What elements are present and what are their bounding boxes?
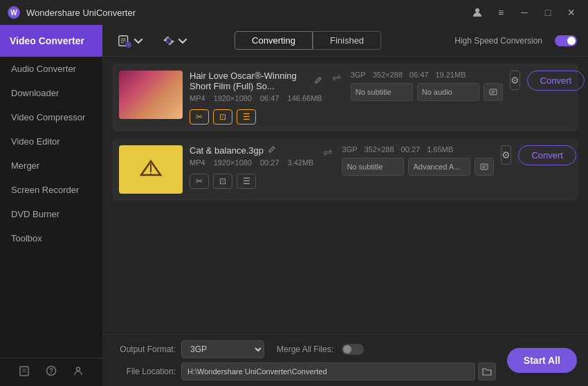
title-bar-left: W Wondershare UniConverter (7, 6, 136, 19)
main-layout: Video Converter Audio Converter Download… (0, 25, 588, 386)
svg-point-2 (475, 8, 479, 12)
sidebar-item-video-editor[interactable]: Video Editor (0, 129, 102, 154)
effects-icon-button[interactable]: ☰ (237, 109, 256, 125)
add-more-button[interactable] (158, 31, 194, 50)
file-main: Hair Love Oscar®-Winning Short Film (Ful… (190, 71, 322, 125)
out-duration: 06:47 (410, 71, 429, 79)
out-resolution: 352×288 (364, 145, 394, 154)
thumbnail-image (119, 145, 183, 194)
sidebar-item-label: Downloader (11, 88, 59, 98)
crop-icon-button[interactable]: ⊡ (213, 174, 232, 189)
menu-button[interactable]: ≡ (491, 6, 511, 19)
file-item: Hair Love Oscar®-Winning Short Film (Ful… (112, 64, 578, 131)
app-name: Wondershare UniConverter (26, 8, 136, 18)
tab-converting[interactable]: Converting (235, 31, 313, 50)
output-meta-row: 3GP 352×288 00:27 1.65MB (342, 145, 494, 154)
toggle-knob (567, 37, 576, 45)
audio-dropdown[interactable]: Advanced A... (408, 158, 470, 176)
settings-button[interactable]: ⚙ (510, 71, 520, 90)
tab-finished[interactable]: Finished (313, 31, 381, 50)
file-location-input[interactable] (181, 362, 475, 380)
output-format-select[interactable]: 3GP MP4 AVI MKV (181, 340, 264, 358)
file-item-top: Hair Love Oscar®-Winning Short Film (Ful… (119, 71, 571, 125)
minimize-button[interactable]: ─ (515, 6, 534, 19)
effects-icon-button[interactable]: ☰ (237, 174, 256, 189)
sidebar-item-toolbox[interactable]: Toolbox (0, 226, 102, 250)
crop-icon-button[interactable]: ⊡ (213, 109, 232, 125)
src-size: 3.42MB (288, 158, 314, 167)
title-bar-controls: ≡ ─ □ ✕ (468, 6, 581, 19)
file-meta-src: MP4 1920×1080 06:47 146.66MB (190, 94, 322, 102)
convert-button[interactable]: Convert (518, 145, 576, 165)
out-size: 1.65MB (427, 145, 453, 154)
content-area: Converting Finished High Speed Conversio… (102, 25, 588, 386)
sidebar: Video Converter Audio Converter Download… (0, 25, 102, 386)
thumbnail-image (119, 71, 183, 119)
svg-point-22 (150, 174, 152, 176)
start-all-button[interactable]: Start All (507, 348, 577, 373)
sidebar-item-label: Video Editor (11, 136, 60, 147)
sidebar-item-merger[interactable]: Merger (0, 154, 102, 178)
book-icon[interactable] (19, 365, 30, 379)
settings-button[interactable]: ⚙ (501, 145, 511, 165)
out-format: 3GP (351, 71, 366, 79)
src-format: MP4 (190, 94, 205, 102)
merge-toggle[interactable] (342, 344, 364, 355)
maximize-button[interactable]: □ (538, 6, 558, 19)
file-name-row: Cat & balance.3gp (190, 145, 313, 156)
caption-button[interactable] (475, 158, 494, 176)
sidebar-bottom: ? (0, 358, 102, 386)
browse-folder-button[interactable] (478, 362, 496, 380)
subtitle-dropdown[interactable]: No subtitle (342, 158, 404, 176)
sidebar-item-label: Screen Recorder (11, 185, 79, 195)
sidebar-item-audio-converter[interactable]: Audio Converter (0, 57, 102, 81)
svg-rect-17 (490, 89, 497, 95)
title-bar: W Wondershare UniConverter ≡ ─ □ ✕ (0, 0, 588, 25)
sidebar-item-screen-recorder[interactable]: Screen Recorder (0, 178, 102, 202)
file-location-row: File Location: (113, 362, 496, 380)
file-item: Cat & balance.3gp MP4 1920×1080 00:27 3.… (112, 138, 578, 201)
sidebar-active-item: Video Converter (0, 25, 102, 57)
high-speed-toggle[interactable] (555, 35, 577, 46)
src-format: MP4 (190, 158, 205, 167)
sub-audio-row: No subtitle No audio (351, 83, 503, 101)
merge-knob (343, 345, 351, 353)
file-name: Hair Love Oscar®-Winning Short Film (Ful… (190, 71, 310, 91)
convert-button[interactable]: Convert (527, 71, 585, 91)
sidebar-item-label: DVD Burner (11, 209, 59, 219)
add-file-button[interactable] (113, 31, 149, 50)
caption-button[interactable] (484, 83, 503, 101)
file-list: Hair Love Oscar®-Winning Short Film (Ful… (102, 57, 588, 334)
src-resolution: 1920×1080 (214, 158, 252, 167)
user-button[interactable] (468, 6, 487, 19)
sidebar-item-label: Toolbox (11, 233, 42, 243)
audio-dropdown[interactable]: No audio (417, 83, 479, 101)
close-button[interactable]: ✕ (562, 6, 581, 19)
src-resolution: 1920×1080 (214, 94, 252, 102)
svg-point-16 (166, 38, 171, 43)
edit-icon[interactable] (314, 76, 322, 86)
cut-icon-button[interactable]: ✂ (190, 109, 209, 125)
edit-icon[interactable] (268, 145, 276, 156)
arrow-icon: ⇌ (323, 145, 332, 158)
convert-tabs: Converting Finished (235, 31, 381, 50)
sidebar-item-downloader[interactable]: Downloader (0, 81, 102, 105)
help-icon[interactable]: ? (46, 365, 57, 379)
svg-text:W: W (10, 9, 17, 17)
app-logo-icon: W (7, 6, 21, 19)
out-resolution: 352×288 (373, 71, 403, 79)
file-actions-row: ✂ ⊡ ☰ (190, 174, 256, 189)
output-info: 3GP 352×288 06:47 19.21MB No subtitle No… (351, 71, 503, 101)
sidebar-item-dvd-burner[interactable]: DVD Burner (0, 202, 102, 226)
cut-icon-button[interactable]: ✂ (190, 174, 209, 189)
output-meta-row: 3GP 352×288 06:47 19.21MB (351, 71, 503, 79)
subtitle-dropdown[interactable]: No subtitle (351, 83, 413, 101)
output-info: 3GP 352×288 00:27 1.65MB No subtitle Adv… (342, 145, 494, 176)
thumbnail (119, 71, 183, 119)
file-meta-src: MP4 1920×1080 00:27 3.42MB (190, 158, 313, 167)
sidebar-item-video-compressor[interactable]: Video Compressor (0, 105, 102, 129)
sidebar-item-label: Video Compressor (11, 112, 85, 122)
location-wrapper (181, 362, 496, 380)
profile-icon[interactable] (73, 365, 84, 379)
output-format-row: Output Format: 3GP MP4 AVI MKV Merge All… (113, 340, 496, 358)
